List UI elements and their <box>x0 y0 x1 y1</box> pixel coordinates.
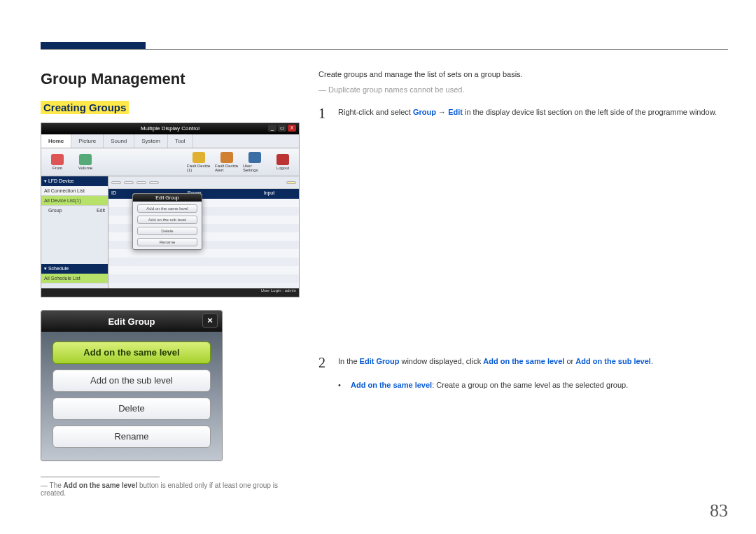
note-text: Duplicate group names cannot be used. <box>318 85 728 94</box>
main-heading: Group Management <box>41 70 300 88</box>
dialog-close-icon[interactable]: × <box>202 314 218 328</box>
option-add-same-level[interactable]: Add on the same level <box>52 342 211 364</box>
menu-bar: Home Picture Sound System Tool <box>41 134 299 148</box>
footnote-bold: Add on the same level <box>64 482 138 489</box>
sidebar: ▾ LFD Device All Connection List All Dev… <box>41 176 108 288</box>
tab-system[interactable]: System <box>134 134 168 148</box>
window-titlebar: Multiple Display Control _ ▭ X <box>41 123 299 134</box>
popup-opt-delete[interactable]: Delete <box>137 227 197 235</box>
sidebar-group-edit[interactable]: Edit <box>97 208 105 213</box>
step-1: 1 Right-click and select Group → Edit in… <box>318 106 728 120</box>
sidebar-header-lfd[interactable]: ▾ LFD Device <box>41 176 108 186</box>
sidebar-all-device-list[interactable]: All Device List(1) <box>41 196 108 206</box>
sidebar-group-row[interactable]: Group Edit <box>41 206 108 215</box>
step2-sub-level: Add on the sub level <box>575 357 651 365</box>
popup-title: Edit Group <box>133 194 202 202</box>
content-button-row <box>108 176 299 189</box>
dialog-title: Edit Group <box>108 316 155 327</box>
minimize-icon[interactable]: _ <box>268 125 276 132</box>
footnote: ― The Add on the same level button is en… <box>41 482 300 497</box>
tab-tool[interactable]: Tool <box>168 134 193 148</box>
edit-group-popup-small: Edit Group Add on the same level Add on … <box>132 193 202 250</box>
content-btn-1[interactable] <box>111 181 121 184</box>
popup-opt-same-level[interactable]: Add on the same level <box>137 204 197 213</box>
bullet-label: Add on the same level <box>351 381 432 389</box>
option-delete[interactable]: Delete <box>52 398 211 420</box>
step-2: 2 In the Edit Group window displayed, cl… <box>318 356 728 370</box>
intro-text: Create groups and manage the list of set… <box>318 70 728 78</box>
bullet-same-level: • Add on the same level: Create a group … <box>318 381 728 389</box>
sub-heading: Creating Groups <box>41 101 129 114</box>
toolbar-fault-device[interactable]: Fault Device (1) <box>187 152 211 172</box>
step-1-text: Right-click and select Group → Edit in t… <box>338 106 728 118</box>
window-footer: User Login : admin <box>41 288 299 297</box>
toolbar-volume[interactable]: Volume <box>74 154 97 170</box>
step1-group: Group <box>413 108 436 116</box>
col-4 <box>223 189 260 199</box>
toolbar-logout[interactable]: Logout <box>271 154 295 170</box>
window-title: Multiple Display Control <box>141 125 200 132</box>
screenshot-mdc-window: Multiple Display Control _ ▭ X Home Pict… <box>41 122 300 297</box>
option-add-sub-level[interactable]: Add on the sub level <box>52 370 211 392</box>
bullet-text: Add on the same level: Create a group on… <box>351 381 628 389</box>
close-icon[interactable]: X <box>288 125 296 132</box>
step-2-text: In the Edit Group window displayed, clic… <box>338 356 728 367</box>
step-2-number: 2 <box>318 356 328 370</box>
toolbar: Front Volume Fault Device (1) Fault Devi… <box>41 148 299 176</box>
content-btn-5[interactable] <box>286 181 296 184</box>
col-input: Input <box>261 189 299 199</box>
left-column: Group Management Creating Groups Multipl… <box>41 70 300 497</box>
screenshot-edit-group-dialog: Edit Group × Add on the same level Add o… <box>41 310 223 461</box>
page-top-rule <box>41 49 728 50</box>
step1-edit: Edit <box>448 108 463 116</box>
page-accent-bar <box>41 42 146 49</box>
sidebar-group-label: Group <box>48 208 62 213</box>
step2-same-level: Add on the same level <box>483 357 564 365</box>
step2-edit-group: Edit Group <box>360 357 400 365</box>
popup-opt-sub-level[interactable]: Add on the sub level <box>137 216 197 224</box>
toolbar-user-settings[interactable]: User Settings <box>243 152 267 172</box>
dialog-titlebar: Edit Group × <box>41 311 222 332</box>
bullet-dot-icon: • <box>338 381 341 389</box>
popup-opt-rename[interactable]: Rename <box>137 238 197 246</box>
toolbar-fault-alert[interactable]: Fault Device Alert <box>215 152 239 172</box>
footnote-rule <box>41 477 160 477</box>
tab-home[interactable]: Home <box>41 134 71 148</box>
footnote-prefix: ― The <box>41 482 64 489</box>
tab-sound[interactable]: Sound <box>104 134 134 148</box>
right-column: Create groups and manage the list of set… <box>318 70 728 389</box>
content-btn-2[interactable] <box>124 181 134 184</box>
dialog-body: Add on the same level Add on the sub lev… <box>41 332 222 461</box>
sidebar-all-schedule[interactable]: All Schedule List <box>41 274 108 283</box>
toolbar-front[interactable]: Front <box>46 154 69 170</box>
option-rename[interactable]: Rename <box>52 426 211 448</box>
maximize-icon[interactable]: ▭ <box>278 125 286 132</box>
sidebar-all-connection[interactable]: All Connection List <box>41 186 108 196</box>
sidebar-header-schedule[interactable]: ▾ Schedule <box>41 264 108 274</box>
tab-picture[interactable]: Picture <box>71 134 104 148</box>
step-1-number: 1 <box>318 106 328 120</box>
content-btn-3[interactable] <box>136 181 146 184</box>
page-number: 83 <box>710 500 728 521</box>
content-btn-4[interactable] <box>149 181 159 184</box>
